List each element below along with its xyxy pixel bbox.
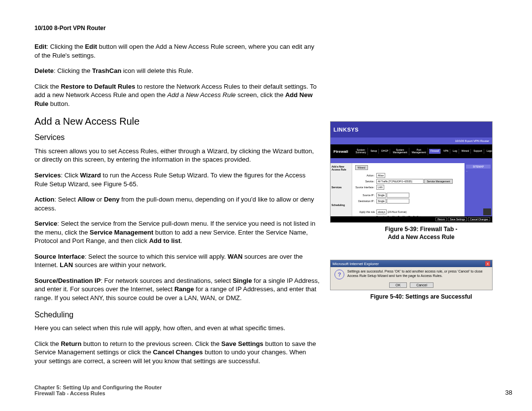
label-apply-rule: Apply this rule (355, 210, 376, 213)
select-apply-rule[interactable]: always (376, 209, 387, 214)
wizard-button[interactable]: Wizard (355, 165, 368, 170)
para-scheduling: Here you can select when this rule will … (34, 324, 320, 333)
para-services: Services: Click Wizard to run the Access… (34, 171, 320, 188)
nav-section-label: Firewall (332, 149, 353, 154)
return-button[interactable]: Return (435, 217, 447, 221)
ok-button[interactable]: OK (389, 282, 407, 288)
tab-firewall[interactable]: Firewall (429, 149, 441, 154)
para-source-dest-ip: Source/Destination IP: For network sourc… (34, 276, 320, 303)
cancel-button[interactable]: Cancel (410, 282, 433, 288)
sidebar-add-rule: Add a New Access Rule (332, 165, 351, 171)
label-dst-ip: Destination IP : (355, 200, 376, 203)
para-edit: Edit: Clicking the Edit button will open… (34, 42, 320, 60)
select-service[interactable]: All Traffic [TCP&UDP/1~65535] (376, 179, 424, 184)
tab-support[interactable]: Support (472, 149, 484, 154)
tab-wizard[interactable]: Wizard (460, 149, 471, 154)
footer-left: Chapter 5: Setting Up and Configuring th… (34, 384, 162, 396)
save-settings-button[interactable]: Save Settings (448, 217, 467, 221)
select-src-ip[interactable]: Single (376, 193, 386, 198)
label-service: Service : (355, 180, 376, 183)
figure-5-40-caption: Figure 5-40: Settings are Successful (330, 293, 512, 301)
label-action: Action : (355, 174, 376, 177)
input-dst-ip[interactable] (387, 199, 409, 204)
main-text-column: Edit: Clicking the Edit button will open… (34, 42, 320, 379)
heading-add-rule: Add a New Access Rule (34, 115, 320, 128)
sidebar-services: Services (332, 186, 351, 189)
para-action: Action: Select Allow or Deny from the pu… (34, 195, 320, 212)
figure-column: LINKSYS 10/100 8-port VPN Router Firewal… (330, 42, 512, 379)
tab-logout[interactable]: Logout (485, 149, 493, 154)
heading-services: Services (34, 132, 320, 143)
para-delete: Delete: Clicking the TrashCan icon will … (34, 67, 320, 75)
select-action[interactable]: Allow (376, 173, 385, 178)
cancel-changes-button[interactable]: Cancel Changes (468, 217, 490, 221)
tab-log[interactable]: Log (451, 149, 459, 154)
tab-vpn[interactable]: VPN (442, 149, 450, 154)
para-service: Service: Select the service from the Ser… (34, 219, 320, 245)
sidebar-scheduling: Scheduling (332, 204, 351, 206)
figure-5-40-screenshot: Microsoft Internet Explorer X ? Settings… (330, 260, 493, 290)
product-title: 10/100 8-port VPN Router (455, 139, 489, 142)
tab-port-mgmt[interactable]: Port Management (410, 148, 428, 155)
dialog-title: Microsoft Internet Explorer (332, 262, 379, 266)
tab-system-mgmt[interactable]: System Management (391, 148, 409, 155)
tab-setup[interactable]: Setup (369, 149, 379, 154)
para-intro: This screen allows you to set Access Rul… (34, 147, 320, 164)
dialog-message: Settings are successful. Press 'OK' to a… (347, 270, 488, 278)
sitemap-label[interactable]: SITEMAP (466, 165, 491, 169)
select-src-interface[interactable]: LAN (376, 185, 384, 190)
select-dst-ip[interactable]: Single (376, 199, 386, 204)
figure-5-39-screenshot: LINKSYS 10/100 8-port VPN Router Firewal… (330, 121, 493, 223)
para-source-interface: Source Interface: Select the source to w… (34, 252, 320, 270)
para-buttons: Click the Return button to return to the… (34, 340, 320, 366)
input-src-ip[interactable] (387, 193, 409, 198)
linksys-logo: LINKSYS (333, 127, 359, 133)
label-src-ip: Source IP : (355, 194, 376, 197)
cisco-logo-icon (483, 208, 491, 215)
figure-5-39-caption: Figure 5-39: Firewall Tab - Add a New Ac… (330, 226, 512, 241)
doc-header: 10/100 8-Port VPN Router (34, 25, 512, 32)
label-time-format: (24-Hour Format) (388, 210, 407, 213)
close-icon[interactable]: X (485, 261, 490, 266)
heading-scheduling: Scheduling (34, 309, 320, 320)
page-number: 38 (505, 389, 512, 396)
para-restore: Click the Restore to Default Rules to re… (34, 82, 320, 108)
label-src-interface: Source Interface : (355, 186, 376, 189)
tab-system-summary[interactable]: System Summary (354, 148, 368, 155)
service-mgmt-button[interactable]: Service Management (424, 179, 452, 184)
question-icon: ? (334, 270, 344, 279)
tab-dhcp[interactable]: DHCP (380, 149, 390, 154)
